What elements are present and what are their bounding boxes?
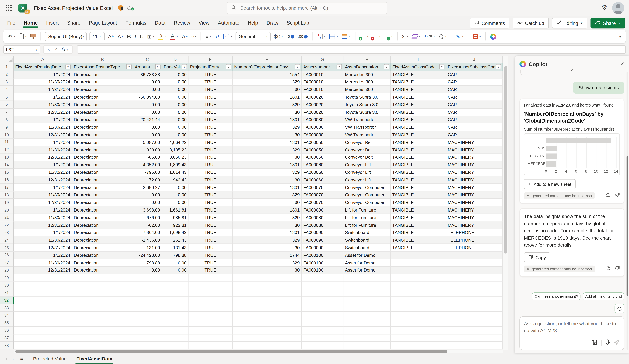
copilot-button[interactable] — [490, 32, 497, 41]
delete-cells-button[interactable]: ∨ — [372, 32, 381, 41]
cell-H5[interactable]: Toyota Supra 3.0 — [343, 93, 391, 101]
cell-H29[interactable] — [343, 274, 391, 282]
cell-E9[interactable]: TRUE — [189, 124, 233, 131]
cell-C6[interactable]: 0.00 — [133, 101, 162, 108]
cell-J10[interactable]: CAR — [446, 131, 503, 139]
cell-C11[interactable]: -5,087.00 — [133, 139, 162, 146]
cell-B28[interactable]: Depreciation — [72, 267, 133, 274]
cell-H35[interactable] — [343, 319, 391, 327]
row-header-28[interactable]: 28 — [0, 267, 14, 274]
cell-F26[interactable]: 1744 — [233, 252, 302, 259]
cell-C19[interactable]: 0.00 — [133, 199, 162, 206]
cell-C31[interactable] — [133, 289, 162, 297]
cell-F17[interactable]: 1801 — [233, 184, 302, 191]
menu-page-layout[interactable]: Page Layout — [89, 17, 117, 29]
thumbs-up-icon[interactable] — [606, 192, 611, 199]
row-header-31[interactable]: 31 — [0, 289, 14, 297]
cell-F4[interactable]: 30 — [233, 86, 302, 93]
cell-D24[interactable]: 262.43 — [162, 237, 188, 244]
cell-H27[interactable]: Asset for Demo — [343, 259, 391, 267]
cell-F21[interactable]: 329 — [233, 214, 302, 221]
row-header-8[interactable]: 8 — [0, 116, 14, 124]
cell-I3[interactable]: TANGIBLE — [391, 78, 446, 86]
cell-B22[interactable]: Depreciation — [72, 221, 133, 229]
header-cell-A1[interactable]: FixedAssetPostingDate∨ — [14, 63, 72, 71]
cell-J37[interactable] — [446, 334, 503, 342]
cell-I18[interactable]: TANGIBLE — [391, 191, 446, 199]
row-header-11[interactable]: 11 — [0, 139, 14, 146]
cell-E27[interactable]: TRUE — [189, 259, 233, 267]
row-header-15[interactable]: 15 — [0, 169, 14, 176]
cell-E18[interactable]: TRUE — [189, 191, 233, 199]
cell-J27[interactable] — [446, 259, 503, 267]
cell-B26[interactable]: Depreciation — [72, 252, 133, 259]
thumbs-up-icon[interactable] — [606, 265, 611, 273]
row-header-10[interactable]: 10 — [0, 131, 14, 139]
column-header-A[interactable]: A — [14, 56, 72, 63]
cell-C13[interactable]: -85.00 — [133, 154, 162, 161]
cell-I37[interactable] — [391, 334, 446, 342]
cell-C24[interactable]: -1,436.00 — [133, 237, 162, 244]
cell-I9[interactable]: TANGIBLE — [391, 124, 446, 131]
cell-G37[interactable] — [302, 334, 343, 342]
cell-C17[interactable]: -3,690.27 — [133, 184, 162, 191]
row-header-24[interactable]: 24 — [0, 237, 14, 244]
cell-A17[interactable]: 1/1/2024 — [14, 184, 72, 191]
cell-C30[interactable] — [133, 282, 162, 289]
cell-B24[interactable]: Depreciation — [72, 237, 133, 244]
editing-mode-button[interactable]: Editing ∨ — [552, 18, 587, 28]
cell-A6[interactable]: 11/30/2024 — [14, 101, 72, 108]
column-header-F[interactable]: F — [233, 56, 302, 63]
cell-D6[interactable]: 0.00 — [162, 101, 188, 108]
cell-C34[interactable] — [133, 312, 162, 319]
format-painter-button[interactable] — [30, 32, 37, 41]
cell-F7[interactable]: 30 — [233, 108, 302, 116]
cell-F19[interactable]: 30 — [233, 199, 302, 206]
cell-H3[interactable]: Mercedes 300 — [343, 78, 391, 86]
cell-D36[interactable] — [162, 327, 188, 334]
suggestion-chip-2[interactable]: Add all insights to grid — [583, 292, 624, 300]
cell-C22[interactable]: -62.00 — [133, 221, 162, 229]
cell-C37[interactable] — [133, 334, 162, 342]
column-header-B[interactable]: B — [72, 56, 133, 63]
cell-I17[interactable]: TANGIBLE — [391, 184, 446, 191]
cell-D21[interactable]: 985.81 — [162, 214, 188, 221]
cell-J13[interactable]: MACHINERY — [446, 154, 503, 161]
cell-J24[interactable]: TELEPHONE — [446, 237, 503, 244]
thumbs-down-icon[interactable] — [615, 265, 620, 273]
cell-F29[interactable] — [233, 274, 302, 282]
cell-A19[interactable]: 12/31/2024 — [14, 199, 72, 206]
cell-B3[interactable]: Depreciation — [72, 78, 133, 86]
cell-D7[interactable]: 0.00 — [162, 108, 188, 116]
cell-E24[interactable]: TRUE — [189, 237, 233, 244]
cell-H14[interactable]: Conveyor Lift — [343, 161, 391, 169]
cell-D4[interactable]: 0.00 — [162, 86, 188, 93]
cell-J26[interactable] — [446, 252, 503, 259]
cell-D3[interactable]: 0.00 — [162, 78, 188, 86]
cell-B2[interactable]: Depreciation — [72, 71, 133, 79]
refresh-suggestions-button[interactable] — [615, 304, 624, 313]
menu-script-lab[interactable]: Script Lab — [287, 17, 309, 29]
cell-B32[interactable] — [72, 297, 133, 304]
row-header-22[interactable]: 22 — [0, 221, 14, 229]
cell-H9[interactable]: VW Transporter — [343, 124, 391, 131]
cell-J14[interactable]: MACHINERY — [446, 161, 503, 169]
cell-G20[interactable]: FA000080 — [302, 206, 343, 214]
filter-button-C[interactable]: ∨ — [155, 64, 160, 70]
cell-E22[interactable]: TRUE — [189, 221, 233, 229]
cell-A23[interactable]: 1/1/2024 — [14, 229, 72, 237]
cell-A21[interactable]: 11/30/2024 — [14, 214, 72, 221]
filter-button-F[interactable]: ∨ — [295, 64, 300, 70]
cell-D25[interactable]: 131.43 — [162, 244, 188, 252]
cell-F14[interactable]: 1801 — [233, 161, 302, 169]
cell-A25[interactable]: 12/31/2024 — [14, 244, 72, 252]
cell-J19[interactable]: MACHINERY — [446, 199, 503, 206]
cell-H10[interactable]: VW Transporter — [343, 131, 391, 139]
cell-E11[interactable]: TRUE — [189, 139, 233, 146]
cell-F37[interactable] — [233, 334, 302, 342]
search-box[interactable] — [227, 2, 387, 14]
row-header-34[interactable]: 34 — [0, 312, 14, 319]
name-box[interactable]: L32 ∨ — [3, 45, 40, 54]
column-header-D[interactable]: D — [162, 56, 188, 63]
cell-F38[interactable] — [233, 342, 302, 350]
